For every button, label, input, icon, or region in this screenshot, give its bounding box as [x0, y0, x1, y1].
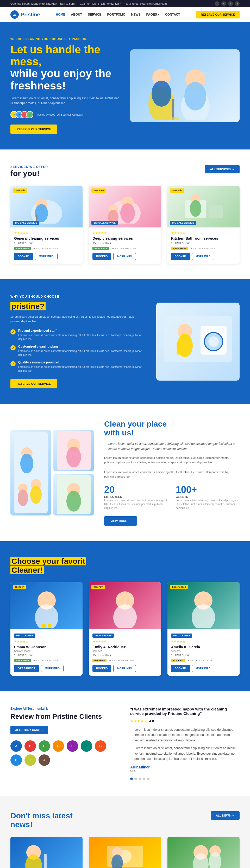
service-info-btn-2[interactable]: MORE INFO	[113, 253, 136, 260]
cleaner-booked-3: BOOKED 124+	[196, 659, 212, 662]
cleaner-booked-1: BOOKED 124+	[42, 659, 58, 662]
service-info-btn-1[interactable]: MORE INFO	[35, 253, 58, 260]
nav-home[interactable]: HOME	[56, 13, 65, 17]
nav-pages[interactable]: PAGES ▾	[146, 13, 159, 17]
svg-point-49	[192, 604, 215, 628]
news-header: Don't miss latest news! ALL NEWS →	[10, 811, 240, 829]
service-book-btn-3[interactable]: BOOKED	[171, 253, 190, 260]
cleaner-meta-2: BOOKED ★ 4.8 BOOKED 124+	[92, 659, 157, 662]
clean-img-top-right	[53, 430, 94, 471]
reviewer-avatar-9[interactable]: I	[25, 754, 36, 766]
facebook-icon[interactable]: f	[215, 1, 219, 6]
hero-title: Let us handle the mess, while you enjoy …	[10, 44, 125, 92]
service-book-btn-1[interactable]: BOOKED	[14, 253, 33, 260]
cleaner-info-btn-3[interactable]: MORE INFO	[192, 665, 215, 672]
all-stories-button[interactable]: ALL STORY CASE →	[10, 726, 48, 734]
service-tag-3: BIG SALE SERVICE	[170, 221, 196, 225]
reviewer-avatar-4[interactable]: D	[53, 740, 64, 752]
top-bar-info: Opening Hours: Monday to Saturday - 8am …	[10, 2, 167, 5]
dot-4[interactable]	[143, 778, 145, 780]
hero-cta-button[interactable]: RESERVE OUR SERVICE	[10, 125, 57, 134]
cleaner-body-1: PRO CLEANER ★★★★☆ Emma W. Johnson Senior…	[10, 629, 83, 676]
cleaner-card-2: Top-Pay PRO CLEANER ★★★★★ Emily A. Rodri…	[89, 582, 161, 676]
service-name-1: General cleaning services	[14, 236, 79, 241]
cleaner-badge-1: Cleaner	[13, 585, 26, 589]
reviewer-avatar-6[interactable]: F	[81, 740, 92, 752]
cleaner-info-btn-1[interactable]: MORE INFO	[41, 665, 63, 672]
reviewer-avatar-5[interactable]: E	[67, 740, 78, 752]
navbar: ☁ Pristine HOME ABOUT SERVICE PORTFOLIO …	[0, 7, 250, 22]
news-img-bg-2	[89, 837, 161, 868]
service-price-2: 15 USD / Hour	[92, 242, 157, 245]
clean-img-tall	[10, 430, 51, 516]
cleaner-info-btn-2[interactable]: MORE INFO	[113, 665, 136, 672]
news-card-1: How Do You Define Electra Tools, Things,…	[10, 837, 83, 868]
cleaner-tag-2: PRO CLEANER	[92, 633, 114, 638]
testimonial-rating: 4.0	[149, 719, 154, 723]
cleaner-price-2: 15 USD / Hour	[92, 654, 157, 657]
cleaner-role-3: services	[171, 650, 236, 652]
reviewer-avatar-8[interactable]: H	[10, 754, 22, 766]
cleaner-body-2: PRO CLEANER ★★★★★ Emily A. Rodriguez ser…	[89, 629, 161, 676]
reviewer-avatar-1[interactable]: A	[10, 740, 22, 752]
service-body-3: ★★★★★ Kitchen Bathroom services 15 USD /…	[167, 227, 240, 264]
hero-tagline: WHERE CLEANING YOUR HOUSE IS A PASSION	[10, 37, 125, 40]
stat-clients-desc: Lorem ipsum dolor sit amet, consectetur …	[176, 498, 240, 510]
choose-section: Choose your favorit Cleaner! Cleaner PRO…	[0, 541, 250, 691]
dot-1[interactable]	[130, 778, 133, 780]
dot-2[interactable]	[134, 778, 137, 780]
cleaner-get-btn-1[interactable]: GET SERVICE	[14, 665, 39, 672]
news-grid: How Do You Define Electra Tools, Things,…	[10, 837, 240, 868]
cleaner-status-2: BOOKED	[92, 659, 107, 662]
nav-service[interactable]: SERVICE	[88, 13, 101, 17]
cleaner-score-1: ★ 5.0	[33, 659, 39, 662]
social-icons: f t in y	[215, 1, 240, 6]
cleaner-body-3: PRO CLEANER ★★★★★ Amelia K. Garcia servi…	[167, 629, 240, 676]
all-services-button[interactable]: ALL SERVICES →	[205, 165, 240, 174]
hero-content: WHERE CLEANING YOUR HOUSE IS A PASSION L…	[10, 37, 125, 134]
trust-text: Trusted by 5000+ All Business Company	[36, 113, 83, 116]
svg-point-5	[184, 82, 206, 111]
instagram-icon[interactable]: in	[228, 1, 233, 6]
svg-rect-52	[44, 854, 47, 868]
reviewer-avatar-3[interactable]: C	[38, 740, 50, 752]
view-more-button[interactable]: VIEW MORE →	[104, 516, 137, 526]
cleaner-status-1: AVAILABLE	[14, 659, 31, 662]
service-price-1: 13 USD / Hour	[14, 242, 79, 245]
nav-portfolio[interactable]: PORTFOLIO	[107, 13, 126, 17]
service-score-2: ★ 4.8	[112, 247, 118, 250]
dot-3[interactable]	[139, 778, 141, 780]
clean-images	[10, 430, 94, 516]
why-section: Why you should choose pristine? Lorem ip…	[0, 279, 250, 404]
reviewer-avatar-2[interactable]: B	[25, 740, 36, 752]
service-stars-2: ★★★★★	[92, 231, 157, 235]
cleaner-booked-btn-3[interactable]: BOOKED	[171, 665, 190, 672]
services-title-block: Services we offer for you!	[10, 165, 48, 178]
reviewer-avatar-7[interactable]: G	[95, 740, 106, 752]
service-info-btn-3[interactable]: MORE INFO	[192, 253, 215, 260]
nav-contact[interactable]: CONTACT	[165, 13, 180, 17]
news-img-bg-1	[10, 837, 83, 868]
nav-news[interactable]: NEWS	[131, 13, 141, 17]
twitter-icon[interactable]: t	[221, 1, 226, 6]
why-content: Why you should choose pristine? Lorem ip…	[10, 295, 146, 389]
why-feature-1: ✓ Pro and experienced staff Lorem ipsum …	[10, 329, 146, 341]
clean-quote-text: Lorem ipsum dolor sit amet, consectetur …	[108, 441, 240, 451]
service-book-btn-2[interactable]: BOOKED	[92, 253, 111, 260]
service-badge-1: 15% Sale	[13, 188, 27, 193]
why-feature-title-2: Customized cleaning plans	[18, 345, 146, 348]
testimonial-author: Alex Milner	[130, 765, 240, 769]
nav-about[interactable]: ABOUT	[71, 13, 82, 17]
news-img-3	[167, 837, 240, 868]
why-cta-button[interactable]: RESERVE OUR SERVICE	[10, 379, 57, 389]
reviewer-avatar-10[interactable]: J	[38, 754, 50, 766]
why-feature-title-1: Pro and experienced staff	[18, 329, 146, 333]
reserve-nav-button[interactable]: RESERVE OUR SERVICE	[196, 11, 240, 19]
dot-5[interactable]	[147, 778, 149, 780]
services-subtitle: for you!	[10, 169, 48, 178]
all-news-button[interactable]: ALL NEWS →	[211, 811, 240, 820]
cleaner-booked-btn-2[interactable]: BOOKED	[92, 665, 111, 672]
svg-rect-45	[48, 624, 51, 628]
youtube-icon[interactable]: y	[235, 1, 240, 6]
cleaner-card-1: Cleaner PRO CLEANER ★★★★☆ Emma W. Johnso…	[10, 582, 83, 676]
